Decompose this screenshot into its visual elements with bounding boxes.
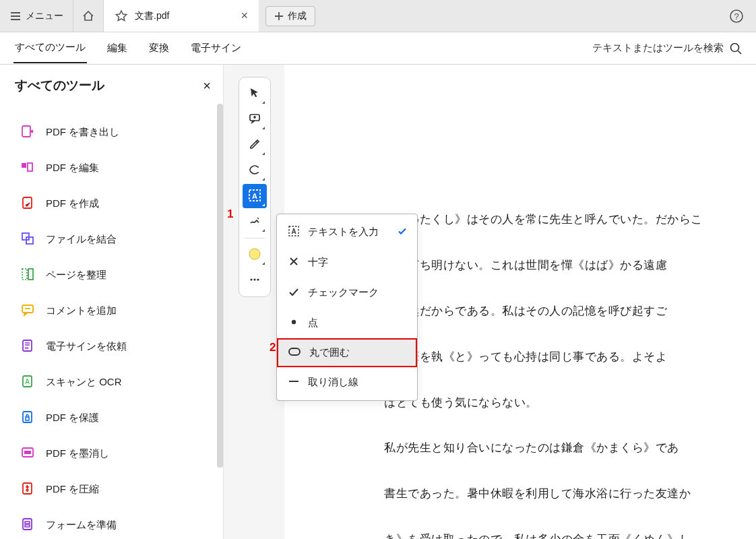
svg-rect-10	[28, 269, 33, 280]
sidebar-item-edit[interactable]: PDF を編集	[15, 150, 211, 186]
quick-toolbar: A	[239, 77, 271, 297]
document-paragraph: 私が先生と知り合いになったのは鎌倉《かまくら》であ	[384, 439, 756, 458]
document-paragraph: 私《わたくし》はその人を常に先生と呼んでいた。だからこ	[384, 210, 756, 230]
combine-icon	[20, 231, 35, 248]
svg-point-2	[731, 43, 739, 51]
svg-rect-22	[25, 525, 30, 527]
comment-tool[interactable]	[243, 107, 267, 131]
popup-item-label: 丸で囲む	[309, 346, 350, 359]
sidebar-item-label: フォームを準備	[46, 519, 117, 532]
compress-icon	[20, 481, 35, 498]
popup-item-label: 十字	[308, 256, 328, 269]
export-icon	[20, 124, 35, 141]
document-paragraph: 名は打ち明けない。これは世間を憚《はば》かる遠慮	[384, 256, 756, 276]
svg-rect-18	[24, 451, 31, 454]
comment-tool-icon	[249, 113, 261, 127]
svg-point-28	[253, 278, 255, 280]
protect-icon	[20, 410, 35, 426]
strike-icon	[288, 375, 300, 389]
sidebar-title: すべてのツール	[15, 77, 104, 94]
comment-icon	[20, 303, 35, 319]
check-icon	[397, 226, 408, 239]
sidebar-item-organize[interactable]: ページを整理	[15, 257, 211, 293]
sidebar-item-label: PDF を墨消し	[46, 447, 109, 460]
popup-item-cross[interactable]: 十字	[277, 247, 417, 278]
sidebar-item-label: ファイルを結合	[46, 233, 117, 246]
tab-close-button[interactable]: ×	[241, 9, 248, 23]
help-button[interactable]: ?	[717, 0, 756, 32]
select-tool-icon	[249, 87, 261, 101]
document-paragraph: る。筆を執《と》っても心持は同じ事である。よそよ	[384, 348, 756, 367]
select-tool[interactable]	[243, 82, 267, 106]
tab-esign[interactable]: 電子サイン	[189, 34, 243, 63]
eraser-tool[interactable]	[243, 158, 267, 183]
popup-item-text[interactable]: Aテキストを入力	[277, 217, 417, 247]
document-tab[interactable]: 文書.pdf ×	[104, 0, 259, 32]
svg-text:?: ?	[734, 11, 738, 21]
sign-tool[interactable]	[243, 210, 267, 234]
sidebar-item-protect[interactable]: PDF を保護	[15, 400, 211, 436]
sidebar-item-redact[interactable]: PDF を墨消し	[15, 436, 211, 472]
svg-rect-16	[26, 417, 29, 420]
search-placeholder-text: テキストまたはツールを検索	[592, 42, 724, 55]
sidebar-scrollbar[interactable]	[217, 104, 223, 468]
sidebar-item-comment[interactable]: コメントを追加	[15, 293, 211, 329]
search-icon	[729, 42, 743, 55]
sidebar-item-label: PDF を編集	[46, 162, 99, 175]
svg-rect-4	[22, 163, 26, 168]
color-swatch[interactable]	[243, 243, 267, 267]
sidebar-item-export[interactable]: PDF を書き出し	[15, 115, 211, 150]
search-area[interactable]: テキストまたはツールを検索	[592, 42, 743, 55]
sidebar-item-scan[interactable]: Aスキャンと OCR	[15, 364, 211, 400]
svg-text:A: A	[291, 228, 296, 235]
sidebar-item-esign[interactable]: 電子サインを依頼	[15, 329, 211, 364]
chevron-down-icon	[262, 101, 265, 104]
hamburger-menu-button[interactable]: メニュー	[0, 0, 73, 32]
eraser-tool-icon	[249, 164, 261, 178]
form-icon	[20, 517, 35, 534]
more-tools[interactable]	[243, 268, 267, 292]
svg-point-32	[292, 320, 296, 324]
svg-rect-20	[23, 519, 32, 530]
sidebar-item-form[interactable]: フォームを準備	[15, 507, 211, 539]
organize-icon	[20, 267, 35, 284]
annotation-2: 2	[270, 341, 276, 354]
chevron-down-icon	[262, 203, 265, 206]
sidebar-item-label: PDF を書き出し	[46, 126, 119, 139]
popup-item-check[interactable]: チェックマーク	[277, 278, 417, 308]
tab-title: 文書.pdf	[135, 10, 169, 22]
tab-edit[interactable]: 編集	[106, 34, 129, 63]
sidebar-item-create[interactable]: PDF を作成	[15, 186, 211, 222]
popup-item-dot[interactable]: 点	[277, 308, 417, 338]
home-button[interactable]	[73, 0, 104, 32]
highlight-tool-icon	[249, 138, 261, 152]
popup-item-strike[interactable]: 取り消し線	[277, 367, 417, 398]
circle-icon	[288, 347, 301, 358]
popup-item-label: 取り消し線	[308, 376, 358, 389]
edit-icon	[20, 160, 35, 177]
popup-item-label: テキストを入力	[308, 226, 379, 239]
document-paragraph: て自然だからである。私はその人の記憶を呼び起すご	[384, 302, 756, 321]
new-tab-label: 作成	[288, 10, 307, 22]
sidebar-close-button[interactable]: ×	[203, 78, 211, 94]
quickbar-separator	[245, 238, 265, 239]
fill-sign-popup: Aテキストを入力十字チェックマーク点丸で囲む取り消し線	[276, 214, 418, 401]
highlight-tool[interactable]	[243, 133, 267, 157]
sidebar-item-combine[interactable]: ファイルを結合	[15, 222, 211, 257]
tab-convert[interactable]: 変換	[148, 34, 170, 63]
annotation-1: 1	[227, 208, 233, 221]
tab-all-tools[interactable]: すべてのツール	[13, 33, 87, 63]
svg-point-29	[257, 278, 259, 280]
sidebar-item-label: ページを整理	[46, 269, 106, 282]
svg-rect-33	[289, 348, 300, 355]
plus-icon	[274, 11, 284, 21]
new-tab-button[interactable]: 作成	[265, 6, 315, 26]
popup-item-circle[interactable]: 丸で囲む	[277, 338, 417, 367]
cross-icon	[288, 255, 300, 270]
popup-item-label: 点	[308, 317, 318, 329]
sidebar-item-compress[interactable]: PDF を圧縮	[15, 472, 211, 507]
textbox-tool[interactable]: A	[243, 184, 267, 208]
chevron-down-icon	[262, 152, 265, 155]
svg-text:A: A	[252, 191, 257, 199]
svg-rect-3	[22, 126, 30, 137]
